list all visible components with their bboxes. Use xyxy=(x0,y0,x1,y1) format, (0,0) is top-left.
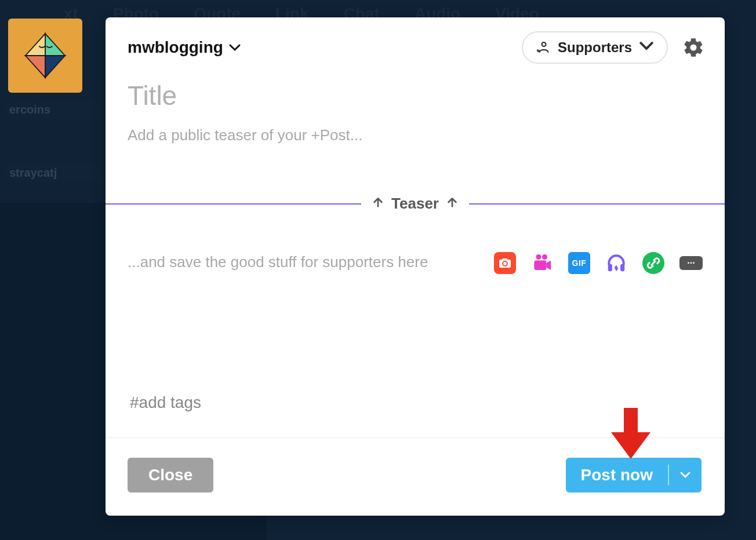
teaser-divider: Teaser xyxy=(106,191,725,216)
blog-avatar[interactable] xyxy=(8,19,82,93)
tags-input[interactable] xyxy=(106,386,725,437)
gear-icon xyxy=(682,37,704,59)
post-now-button[interactable]: Post now xyxy=(566,458,668,492)
svg-point-6 xyxy=(503,262,507,265)
close-button[interactable]: Close xyxy=(128,458,213,492)
post-options-dropdown[interactable] xyxy=(669,458,702,492)
post-editor-modal: mwblogging Supporters xyxy=(106,17,725,516)
settings-button[interactable] xyxy=(682,36,705,59)
add-audio-button[interactable] xyxy=(605,252,627,274)
headphones-icon xyxy=(605,252,627,274)
arrow-up-icon xyxy=(372,195,384,213)
svg-marker-0 xyxy=(45,34,65,56)
chevron-down-icon xyxy=(679,471,691,479)
svg-rect-9 xyxy=(535,261,547,271)
bg-sidebar: ercoins straycatj xyxy=(0,87,101,188)
svg-marker-3 xyxy=(45,56,65,78)
modal-footer: Close Post now xyxy=(106,437,725,516)
svg-rect-10 xyxy=(608,264,612,272)
svg-point-7 xyxy=(536,254,541,260)
modal-header: mwblogging Supporters xyxy=(106,17,725,70)
add-gif-button[interactable]: GIF xyxy=(568,252,590,274)
add-link-button[interactable] xyxy=(642,252,664,274)
blog-name-label: mwblogging xyxy=(128,38,223,57)
blog-selector[interactable]: mwblogging xyxy=(128,38,241,57)
link-icon xyxy=(646,256,660,270)
avatar-octahedron-icon xyxy=(19,30,71,82)
add-photo-button[interactable] xyxy=(494,252,516,274)
more-options-button[interactable]: ··· xyxy=(679,256,703,270)
svg-marker-2 xyxy=(26,56,45,78)
ellipsis-icon: ··· xyxy=(687,258,695,268)
audience-selector[interactable]: Supporters xyxy=(522,31,668,64)
post-button-group: Post now xyxy=(566,458,702,492)
chevron-down-icon xyxy=(229,40,241,55)
post-title-input[interactable] xyxy=(106,70,725,117)
divider-label-text: Teaser xyxy=(391,195,439,213)
add-video-button[interactable] xyxy=(531,252,553,274)
supporter-content-textarea[interactable] xyxy=(128,250,482,271)
svg-rect-11 xyxy=(620,264,624,272)
video-camera-icon xyxy=(532,253,553,273)
gif-icon: GIF xyxy=(572,258,587,268)
svg-point-8 xyxy=(542,254,547,260)
divider-line xyxy=(469,203,725,205)
svg-point-4 xyxy=(542,42,546,46)
svg-marker-1 xyxy=(26,34,45,56)
chevron-down-icon xyxy=(639,38,654,57)
arrow-up-icon xyxy=(446,195,459,213)
audience-label: Supporters xyxy=(558,39,632,56)
divider-line xyxy=(106,203,361,205)
teaser-textarea[interactable] xyxy=(106,117,725,191)
media-toolbar: GIF ··· xyxy=(494,250,703,274)
supporter-person-icon xyxy=(536,40,551,55)
camera-icon xyxy=(498,256,512,270)
